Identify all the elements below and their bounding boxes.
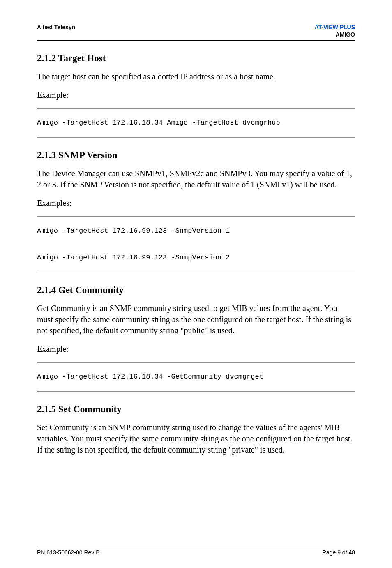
para-target-host: The target host can be specified as a do…	[37, 71, 355, 82]
page-header: Allied Telesyn AT-VIEW PLUS AMIGO	[37, 24, 355, 41]
example-label-212: Example:	[37, 90, 355, 101]
examples-label-213: Examples:	[37, 198, 355, 209]
heading-snmp-version: 2.1.3 SNMP Version	[37, 150, 355, 161]
footer-left: PN 613-50662-00 Rev B	[37, 549, 100, 556]
header-product-line2: AMIGO	[314, 31, 355, 39]
heading-set-community: 2.1.5 Set Community	[37, 404, 355, 415]
code-block-213: Amigo -TargetHost 172.16.99.123 -SnmpVer…	[37, 216, 355, 272]
header-product-line1: AT-VIEW PLUS	[314, 24, 355, 31]
para-set-community: Set Community is an SNMP community strin…	[37, 422, 355, 455]
example-label-214: Example:	[37, 344, 355, 355]
header-left: Allied Telesyn	[37, 24, 75, 30]
heading-get-community: 2.1.4 Get Community	[37, 285, 355, 296]
code-block-214: Amigo -TargetHost 172.16.18.34 -GetCommu…	[37, 362, 355, 392]
header-right: AT-VIEW PLUS AMIGO	[314, 24, 355, 38]
code-block-212: Amigo -TargetHost 172.16.18.34 Amigo -Ta…	[37, 108, 355, 138]
page-footer: PN 613-50662-00 Rev B Page 9 of 48	[37, 547, 355, 556]
heading-target-host: 2.1.2 Target Host	[37, 53, 355, 64]
page-container: Allied Telesyn AT-VIEW PLUS AMIGO 2.1.2 …	[0, 0, 392, 568]
para-snmp-version: The Device Manager can use SNMPv1, SNMPv…	[37, 168, 355, 190]
para-get-community: Get Community is an SNMP community strin…	[37, 303, 355, 336]
footer-right: Page 9 of 48	[323, 549, 355, 556]
